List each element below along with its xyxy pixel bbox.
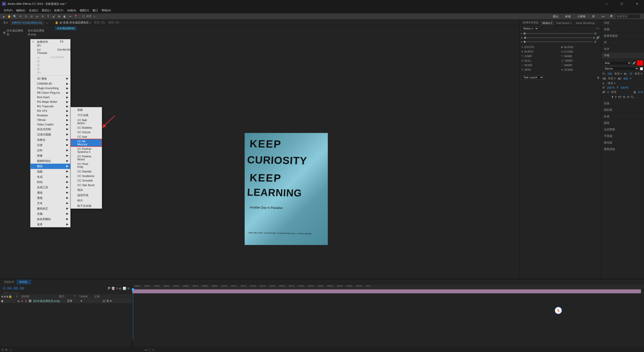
slider-value[interactable]: 0 — [595, 40, 596, 43]
scripts-tab[interactable]: AE脚本管理器 — [521, 20, 540, 25]
orbit-tool[interactable]: ⟳ — [18, 14, 23, 19]
project-tab[interactable]: 项目 — [1, 20, 10, 25]
project-tab-more[interactable]: » — [44, 21, 50, 25]
ctx-effect-item[interactable]: CC Particle World — [71, 154, 102, 162]
menu-layer[interactable]: 图层(L) — [40, 8, 52, 13]
comp-tag[interactable]: 冰水成品调色后 — [55, 26, 77, 30]
ctx-category[interactable]: 风格化▶ — [30, 137, 70, 143]
ctx-effect-item[interactable]: CC Scatterize — [71, 174, 102, 178]
project-item[interactable]: ▦ 冰水成品调色后 · 冰水成品调色后.png — [3, 28, 50, 37]
graph-icon[interactable]: 📊 — [123, 287, 126, 290]
menu-effect[interactable]: 效果(T) — [53, 8, 65, 13]
panel-paragraph[interactable]: 段落 — [601, 100, 644, 107]
ctx-effect-item[interactable]: CC Drizzle — [71, 130, 102, 134]
ctx-category[interactable]: RG Trapcode▶ — [30, 104, 70, 109]
panel-character[interactable]: 字符 — [601, 52, 644, 59]
menu-composition[interactable]: 合成(C) — [27, 8, 40, 13]
ctx-effect-item[interactable]: 波形环境 — [71, 193, 102, 198]
layer-mode[interactable]: 正常 — [67, 299, 80, 303]
ctx-effect-item[interactable]: CC Particle Systems II — [71, 147, 102, 154]
ctx-category[interactable]: 3D 通道▶ — [30, 76, 70, 81]
italic-button[interactable]: T — [615, 96, 617, 99]
ctx-category[interactable]: Video Copilot▶ — [30, 122, 70, 127]
timeline-layer-row[interactable]: ◉ ▸ ■ 1 🖼 [冰水成品调色后.png] 正常 ▾ ◎ 无 ▾ — [0, 299, 132, 303]
subscript-button[interactable]: T₁ — [631, 95, 634, 99]
menu-window[interactable]: 窗口 — [91, 8, 100, 13]
ctx-effect-item[interactable]: 泡沫 — [71, 187, 102, 193]
ctx-last-effect[interactable]: CC ThreadsCtrl+Alt+Shift+E — [30, 48, 70, 55]
name-button[interactable]: ✎ NAME — [560, 54, 600, 58]
ctx-category[interactable]: Tillman▶ — [30, 118, 70, 122]
ctx-effect-item[interactable]: CC Ball Action — [71, 118, 102, 125]
playhead[interactable] — [133, 289, 133, 340]
ctx-category[interactable]: Red Giant▶ — [30, 95, 70, 99]
timeline-comp-tab[interactable]: 冰水成... — [17, 279, 31, 285]
workspace-small[interactable]: 小屏幕 — [575, 15, 588, 18]
dropdown-icon[interactable]: ≡ — [90, 21, 91, 24]
fill-color-swatch[interactable] — [637, 60, 643, 65]
anchor-tool[interactable]: ⊙ — [29, 14, 34, 19]
close-button[interactable]: ✕ — [632, 2, 642, 6]
ctx-category[interactable]: RE:Vision Plug-ins▶ — [30, 90, 70, 95]
time-ruler[interactable]: 0001000020000300004000050000600007000080… — [132, 285, 644, 289]
clone-tool[interactable]: ⧉ — [57, 14, 62, 19]
toggle-switches-icon[interactable]: ⊞ — [2, 348, 4, 351]
ctx-category[interactable]: 表达式控制▶ — [30, 127, 70, 132]
eyedropper-icon[interactable]: 💉 — [632, 61, 636, 65]
workspace-default[interactable]: 默认 — [551, 15, 561, 18]
ctx-category[interactable]: 时间▶ — [30, 180, 70, 185]
ctx-effect-item[interactable]: CC Rainfall — [71, 169, 102, 174]
bold-button[interactable]: T — [611, 96, 613, 99]
ctx-category[interactable]: 沉浸式视频▶ — [30, 132, 70, 137]
vscale-value[interactable]: 100 % — [607, 86, 615, 89]
workspace-library[interactable]: 库 — [590, 15, 597, 18]
rotate-tool[interactable]: ↻ — [23, 14, 28, 19]
leading-value[interactable]: 72 — [629, 72, 632, 75]
ctx-category[interactable]: 过渡▶ — [30, 143, 70, 148]
ctx-category[interactable]: 生成▶ — [30, 174, 70, 180]
render-queue-tab[interactable]: 渲染队列 — [2, 279, 17, 285]
ctx-effect-item[interactable]: CC Star Burst — [71, 183, 102, 187]
snap-toggle[interactable]: ☐ — [81, 14, 86, 19]
motion2-tab[interactable]: Motion 2 — [540, 21, 554, 25]
roto-tool[interactable]: ✂ — [68, 14, 73, 19]
ctx-effect-item[interactable]: 粒子运动场 — [71, 203, 102, 208]
layer-parent[interactable]: 无 — [106, 299, 109, 303]
lock-icon[interactable]: 🔒 — [55, 21, 58, 24]
ctx-category[interactable]: 颜色校正▶ — [30, 206, 70, 211]
stroke-color-swatch[interactable] — [640, 67, 643, 70]
hand-tool[interactable]: ✋ — [7, 14, 12, 19]
ctx-category[interactable]: RG VFX▶ — [30, 109, 70, 113]
ctx-category[interactable]: 文本▶ — [30, 201, 70, 206]
ctx-effect-item[interactable]: CC Hair — [71, 134, 102, 139]
hscale-value[interactable]: 100 % — [621, 86, 628, 89]
font-size-value[interactable]: 205 — [607, 72, 612, 75]
brush-tool[interactable]: 🖌 — [51, 14, 56, 19]
panel-smoother[interactable]: 平滑器 — [601, 133, 644, 139]
smallcaps-button[interactable]: Tr — [623, 96, 625, 99]
allcaps-button[interactable]: TT — [618, 96, 621, 99]
menu-help[interactable]: 帮助(H) — [100, 8, 112, 13]
ctx-effect-controls[interactable]: ✔效果控件(E)F3 — [30, 39, 70, 48]
panel-info[interactable]: 信息 — [601, 20, 644, 26]
ctx-category[interactable]: 抠像▶ — [30, 153, 70, 158]
task-launch-dropdown[interactable]: Task Launch — [521, 75, 544, 80]
orbit-button[interactable]: ◯ ORBIT — [560, 58, 600, 63]
blend-button[interactable]: ◐ BLEND — [560, 45, 600, 49]
ctx-category[interactable]: 杂色和颗粒▶ — [30, 217, 70, 222]
eraser-tool[interactable]: ◧ — [62, 14, 67, 19]
motion-preset-dropdown[interactable]: Motion v2 — [521, 26, 539, 31]
ctx-category[interactable]: RG Magic Bullet▶ — [30, 99, 70, 104]
ctx-cc-mr-mercury[interactable]: CC Mr. Mercury — [71, 139, 102, 147]
selection-tool[interactable]: ▲ — [1, 14, 6, 19]
ctx-category[interactable]: CINEMA 4D▶ — [30, 81, 70, 86]
panel-library[interactable]: 库 — [601, 39, 644, 46]
maximize-button[interactable]: ☐ — [617, 2, 627, 6]
excite-button[interactable]: ✦ EXCITE — [521, 45, 560, 49]
panel-effects[interactable]: 效果和预设 — [601, 33, 644, 39]
puppet-tool[interactable]: 📍 — [73, 14, 78, 19]
ctx-effect-item[interactable]: 焦散 — [71, 107, 102, 113]
ctx-category[interactable]: 透视▶ — [30, 195, 70, 201]
spin-button[interactable]: ↻ SPIN — [521, 67, 560, 72]
ctx-effect-item[interactable]: CC Snowfall — [71, 178, 102, 183]
